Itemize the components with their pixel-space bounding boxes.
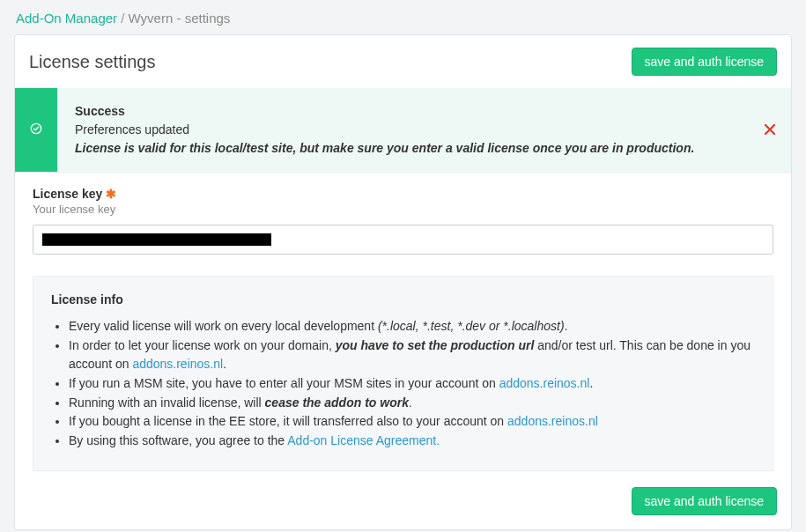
list-item: Every valid license will work on every l… <box>69 317 755 336</box>
save-auth-button-top[interactable]: save and auth license <box>632 48 777 76</box>
list-item: Running with an invalid license, will ce… <box>69 394 755 413</box>
alert-body: Success Preferences updated License is v… <box>57 88 738 172</box>
license-key-field: License key ✱ Your license key <box>15 173 791 258</box>
required-star-icon: ✱ <box>106 187 116 201</box>
alert-message: Preferences updated <box>75 122 189 137</box>
addons-link[interactable]: addons.reinos.nl <box>499 376 590 390</box>
breadcrumb-separator: / <box>121 11 128 26</box>
breadcrumb-current: Wyvern - settings <box>129 11 231 26</box>
panel-footer: save and auth license <box>15 487 791 529</box>
license-info-box: License info Every valid license will wo… <box>33 276 773 471</box>
list-item: If you bought a license in the EE store,… <box>69 412 755 432</box>
check-circle-icon <box>30 122 42 137</box>
list-item: If you run a MSM site, you have to enter… <box>69 374 755 394</box>
license-info-heading: License info <box>51 292 755 307</box>
success-alert: Success Preferences updated License is v… <box>15 88 791 173</box>
license-key-value-redacted <box>42 233 271 246</box>
list-item: In order to let your license work on you… <box>69 336 755 374</box>
breadcrumb-root-link[interactable]: Add-On Manager <box>16 11 117 26</box>
panel-header: License settings save and auth license <box>15 35 791 88</box>
close-icon <box>765 123 775 137</box>
page-title: License settings <box>29 52 155 72</box>
breadcrumb: Add-On Manager / Wyvern - settings <box>14 7 792 34</box>
alert-icon-column <box>15 88 57 172</box>
addons-link[interactable]: addons.reinos.nl <box>132 357 223 371</box>
license-agreement-link[interactable]: Add-on License Agreement. <box>287 433 440 447</box>
close-alert-button[interactable] <box>765 123 775 137</box>
addons-link[interactable]: addons.reinos.nl <box>507 414 598 428</box>
alert-note: License is valid for this local/test sit… <box>75 139 694 158</box>
license-key-label: License key <box>33 187 102 201</box>
list-item: By using this software, you agree to the… <box>69 432 755 451</box>
settings-panel: License settings save and auth license S… <box>14 34 792 530</box>
save-auth-button-bottom[interactable]: save and auth license <box>632 487 777 515</box>
alert-title: Success <box>75 102 694 121</box>
license-info-list: Every valid license will work on every l… <box>51 317 755 451</box>
license-key-input[interactable] <box>33 225 773 255</box>
license-key-hint: Your license key <box>33 203 773 216</box>
